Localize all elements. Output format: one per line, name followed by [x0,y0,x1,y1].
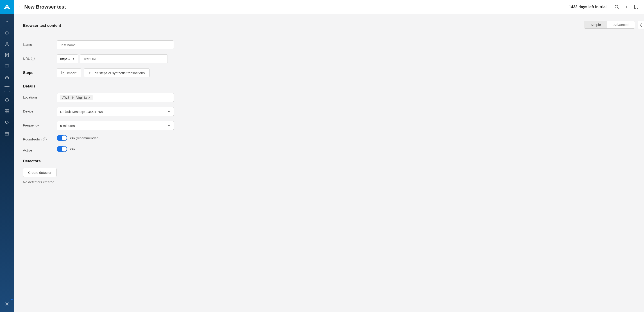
sidebar-item-alert[interactable]: ! [2,84,12,95]
reports-icon [5,53,9,58]
name-input[interactable] [57,40,174,49]
topbar-icons: + [614,3,640,11]
locations-row: Locations AWS - N. Virginia ✕ [23,93,635,102]
svg-point-9 [6,77,7,78]
device-row: Device Default Desktop: 1366 x 768 Defau… [23,107,635,116]
locations-input[interactable]: AWS - N. Virginia ✕ [57,93,174,102]
active-toggle-knob [62,147,67,151]
svg-point-12 [7,76,7,76]
svg-rect-16 [7,112,9,113]
svg-rect-5 [5,65,9,67]
round-robin-row: Round-robin i On (recommended) [23,135,635,141]
steps-row: Steps Import + Edit steps or synthetic t… [23,68,635,77]
topbar: ← New Browser test 1432 days left in tri… [14,0,644,14]
import-icon [62,71,65,75]
sidebar-item-bell[interactable] [2,95,12,106]
steps-buttons: Import + Edit steps or synthetic transac… [57,68,150,77]
home-icon: ⌂ [6,19,8,24]
tags-icon [5,120,9,126]
svg-point-17 [6,122,6,122]
settings-icon [5,302,9,307]
round-robin-toggle-wrapper: On (recommended) [57,135,100,141]
collapse-button[interactable]: ❮ [638,21,644,29]
svg-point-22 [6,303,8,304]
svg-rect-13 [5,110,7,111]
steps-label: Steps [23,71,52,75]
tab-simple[interactable]: Simple [584,21,607,29]
details-section: Details Locations AWS - N. Virginia ✕ De… [23,84,635,152]
sidebar-item-users[interactable] [2,39,12,50]
storage-icon [5,132,9,137]
sidebar-nav: ⌂ ⬡ ! [2,14,12,299]
bookmark-button[interactable] [633,4,640,10]
url-info-icon[interactable]: i [31,57,35,60]
plus-icon: + [89,71,91,75]
sidebar-item-settings[interactable] [2,299,12,310]
device-label: Device [23,107,52,113]
active-toggle-label: On [70,147,75,151]
import-btn-label: Import [67,71,76,75]
sidebar-item-bot[interactable] [2,73,12,83]
sidebar-bottom [2,299,12,312]
add-button[interactable]: + [624,3,629,11]
frequency-label: Frequency [23,121,52,127]
device-select[interactable]: Default Desktop: 1366 x 768 Default Mobi… [57,107,174,116]
tab-advanced[interactable]: Advanced [607,21,635,29]
connections-icon: ⬡ [5,31,9,35]
alert-icon: ! [4,86,10,92]
svg-rect-8 [6,77,8,79]
bot-icon [5,75,9,81]
import-button[interactable]: Import [57,68,81,77]
sidebar: ⌂ ⬡ ! [0,0,14,312]
users-icon [5,42,9,47]
url-input[interactable] [80,54,168,63]
frequency-select[interactable]: 1 minute 5 minutes 10 minutes 15 minutes… [57,121,174,130]
round-robin-label: Round-robin i [23,135,52,141]
splunk-logo[interactable] [0,0,14,14]
create-detector-button[interactable]: Create detector [23,168,56,177]
tab-group: Simple Advanced [584,21,635,29]
widgets-icon [5,109,9,115]
back-arrow-icon: ← [18,5,22,9]
url-label: URL i [23,54,52,60]
sidebar-item-monitor[interactable] [2,61,12,72]
location-remove-icon[interactable]: ✕ [88,96,90,99]
edit-steps-btn-label: Edit steps or synthetic transactions [92,71,145,75]
sidebar-item-storage[interactable] [2,129,12,140]
toggle-knob [62,136,67,140]
sidebar-item-tags[interactable] [2,118,12,129]
svg-point-10 [8,77,8,78]
locations-label: Locations [23,93,52,99]
edit-steps-button[interactable]: + Edit steps or synthetic transactions [84,68,150,77]
content-section-title: Browser test content [23,24,61,28]
svg-point-0 [6,42,8,44]
bell-icon [5,98,9,104]
svg-rect-14 [7,110,9,111]
sidebar-item-home[interactable]: ⌂ [2,16,12,27]
detectors-section: Detectors Create detector No detectors c… [23,159,635,184]
round-robin-toggle-label: On (recommended) [70,136,100,140]
round-robin-info-icon[interactable]: i [43,138,46,141]
svg-point-20 [8,133,8,133]
active-row: Active On [23,146,635,152]
no-detectors-text: No detectors created. [23,180,635,184]
name-label: Name [23,40,52,47]
active-label: Active [23,146,52,152]
location-tag: AWS - N. Virginia ✕ [60,95,93,100]
search-button[interactable] [614,4,620,10]
svg-line-24 [618,8,619,9]
sidebar-item-reports[interactable] [2,50,12,61]
url-protocol-dropdown[interactable]: https:// ▼ [57,54,78,63]
active-toggle-wrapper: On [57,146,75,152]
svg-rect-15 [5,112,7,113]
protocol-value: https:// [60,57,70,61]
sidebar-item-widgets[interactable] [2,106,12,117]
back-button[interactable]: ← New Browser test [18,4,66,10]
active-toggle[interactable] [57,146,67,152]
sidebar-item-connections[interactable]: ⬡ [2,28,12,38]
round-robin-toggle[interactable] [57,135,67,141]
protocol-arrow-icon: ▼ [72,57,75,60]
svg-point-21 [8,134,8,135]
content-area: ❮ Browser test content Simple Advanced N… [14,14,644,312]
details-section-title: Details [23,84,635,89]
